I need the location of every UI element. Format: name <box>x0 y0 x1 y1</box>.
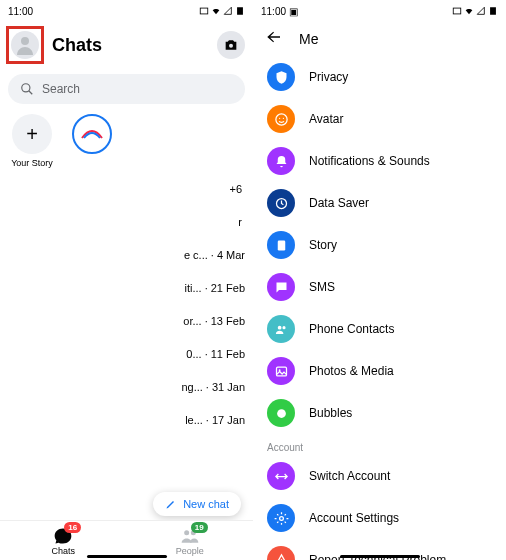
home-indicator <box>340 555 420 558</box>
people-badge: 19 <box>191 522 208 533</box>
header: Chats <box>0 22 253 68</box>
bell-icon <box>267 147 295 175</box>
chat-row[interactable]: r <box>8 205 245 238</box>
battery-icon <box>235 6 245 16</box>
face-icon <box>267 105 295 133</box>
wifi-icon <box>464 6 474 16</box>
setting-sms[interactable]: SMS <box>253 266 506 308</box>
chats-badge: 16 <box>64 522 81 533</box>
home-indicator <box>87 555 167 558</box>
status-icons <box>452 6 498 16</box>
story-row: + Your Story <box>0 110 253 172</box>
svg-point-12 <box>282 117 283 118</box>
svg-line-5 <box>29 91 33 95</box>
camera-button[interactable] <box>217 31 245 59</box>
account-section-header: Account <box>253 434 506 455</box>
warning-icon <box>267 546 295 560</box>
status-icons <box>199 6 245 16</box>
your-story-label: Your Story <box>11 158 53 168</box>
svg-point-2 <box>21 37 29 45</box>
shield-icon <box>267 63 295 91</box>
back-button[interactable] <box>265 28 283 50</box>
status-bar: 11:00 <box>0 0 253 22</box>
status-time: 11:00 ▣ <box>261 6 298 17</box>
cast-icon <box>452 6 462 16</box>
person-icon <box>13 33 37 57</box>
svg-rect-9 <box>490 7 496 15</box>
story-icon <box>267 231 295 259</box>
me-title: Me <box>299 31 318 47</box>
chat-row[interactable]: or...· 13 Feb <box>8 304 245 337</box>
svg-rect-8 <box>453 8 461 14</box>
chat-row[interactable]: le...· 17 Jan <box>8 403 245 436</box>
setting-switch-account[interactable]: Switch Account <box>253 455 506 497</box>
your-story[interactable]: + Your Story <box>8 114 56 168</box>
setting-privacy[interactable]: Privacy <box>253 56 506 98</box>
me-settings-screen: 11:00 ▣ Me Privacy Avatar Notifications … <box>253 0 506 560</box>
svg-rect-1 <box>237 7 243 15</box>
contacts-icon <box>267 315 295 343</box>
svg-point-15 <box>277 325 281 329</box>
chat-row[interactable]: iti...· 21 Feb <box>8 271 245 304</box>
svg-point-11 <box>279 117 280 118</box>
new-chat-button[interactable]: New chat <box>153 492 241 516</box>
photo-icon <box>267 357 295 385</box>
arrow-left-icon <box>265 28 283 46</box>
chat-icon: 16 <box>53 526 73 546</box>
setting-avatar[interactable]: Avatar <box>253 98 506 140</box>
settings-list: Privacy Avatar Notifications & Sounds Da… <box>253 56 506 560</box>
svg-rect-0 <box>200 8 208 14</box>
setting-notifications[interactable]: Notifications & Sounds <box>253 140 506 182</box>
setting-phone-contacts[interactable]: Phone Contacts <box>253 308 506 350</box>
nav-chats-label: Chats <box>51 546 75 556</box>
chat-row[interactable]: 0...· 11 Feb <box>8 337 245 370</box>
chat-list: +6 r e c...· 4 Mar iti...· 21 Feb or...·… <box>0 172 253 436</box>
battery-icon <box>488 6 498 16</box>
switch-icon <box>267 462 295 490</box>
pencil-icon <box>165 498 177 510</box>
status-time: 11:00 <box>8 6 33 17</box>
setting-data-saver[interactable]: Data Saver <box>253 182 506 224</box>
svg-point-19 <box>277 409 286 418</box>
story-item[interactable] <box>68 114 116 154</box>
me-header: Me <box>253 22 506 56</box>
signal-icon <box>476 6 486 16</box>
profile-avatar[interactable] <box>11 31 39 59</box>
svg-point-6 <box>184 530 189 535</box>
people-icon: 19 <box>180 526 200 546</box>
search-input[interactable]: Search <box>8 74 245 104</box>
signal-icon <box>223 6 233 16</box>
data-saver-icon <box>267 189 295 217</box>
svg-point-3 <box>229 44 233 48</box>
setting-photos-media[interactable]: Photos & Media <box>253 350 506 392</box>
camera-icon <box>223 37 239 53</box>
chat-row[interactable]: e c...· 4 Mar <box>8 238 245 271</box>
cast-icon <box>199 6 209 16</box>
svg-point-10 <box>275 113 286 124</box>
svg-point-16 <box>282 326 285 329</box>
nav-people-label: People <box>176 546 204 556</box>
setting-bubbles[interactable]: Bubbles <box>253 392 506 434</box>
gear-icon <box>267 504 295 532</box>
setting-story[interactable]: Story <box>253 224 506 266</box>
bubble-icon <box>267 399 295 427</box>
add-story-icon: + <box>12 114 52 154</box>
wifi-icon <box>211 6 221 16</box>
profile-highlight <box>6 26 44 64</box>
chat-icon <box>267 273 295 301</box>
new-chat-label: New chat <box>183 498 229 510</box>
chat-row[interactable]: +6 <box>8 172 245 205</box>
svg-rect-17 <box>276 367 286 376</box>
chat-row[interactable]: ng...· 31 Jan <box>8 370 245 403</box>
setting-account-settings[interactable]: Account Settings <box>253 497 506 539</box>
status-bar: 11:00 ▣ <box>253 0 506 22</box>
svg-point-20 <box>279 516 283 520</box>
chats-screen: 11:00 Chats Search + Your Story <box>0 0 253 560</box>
search-placeholder: Search <box>42 82 80 96</box>
search-icon <box>20 82 34 96</box>
bottom-nav: 16 Chats 19 People <box>0 520 253 560</box>
svg-rect-14 <box>277 240 285 250</box>
svg-point-4 <box>22 84 30 92</box>
story-ring-icon <box>72 114 112 154</box>
page-title: Chats <box>52 35 209 56</box>
